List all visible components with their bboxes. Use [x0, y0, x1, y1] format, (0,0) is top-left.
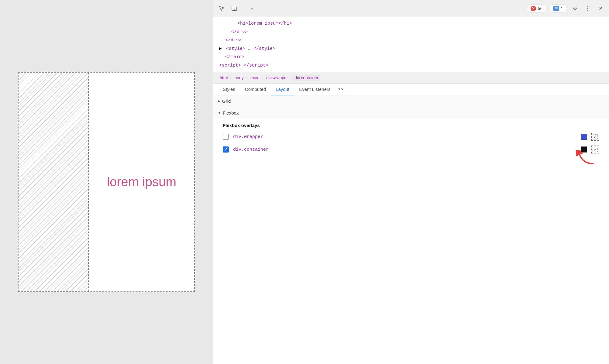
- hatch-column: [19, 73, 89, 291]
- breadcrumb-main[interactable]: main: [249, 75, 261, 81]
- overlay-row-wrapper: div.wrapper: [213, 130, 609, 143]
- breadcrumb-div-container[interactable]: div.container: [293, 75, 320, 81]
- tree-line-script[interactable]: <script> </script>: [213, 61, 609, 70]
- breadcrumb-html[interactable]: html: [218, 75, 229, 81]
- toolbar-separator-1: [243, 5, 243, 12]
- message-badge[interactable]: ✉ 1: [549, 4, 567, 13]
- wrapper-highlight-icon[interactable]: [591, 133, 599, 141]
- wrapper-color-swatch[interactable]: [581, 134, 587, 140]
- breadcrumb-bar: html › body › main › div.wrapper › div.c…: [213, 72, 609, 84]
- flexbox-overlays-title: Flexbox overlays: [213, 118, 609, 130]
- tab-layout[interactable]: Layout: [271, 84, 294, 95]
- flexbox-triangle: ▼: [218, 111, 221, 115]
- tree-line-div-close-2[interactable]: </div>: [213, 36, 609, 45]
- flexbox-header[interactable]: ▼ Flexbox: [213, 107, 609, 118]
- tab-event-listeners[interactable]: Event Listeners: [294, 84, 335, 95]
- tab-more-icon[interactable]: >>: [335, 84, 346, 95]
- viewport-panel: lorem ipsum: [0, 0, 213, 364]
- lorem-ipsum-text: lorem ipsum: [107, 175, 177, 189]
- error-badge[interactable]: ✕ 56: [527, 4, 547, 13]
- flexbox-section: ▼ Flexbox Flexbox overlays div.wrapper: [213, 107, 609, 156]
- container-label: div.container: [233, 147, 577, 152]
- more-tools-icon[interactable]: »: [247, 4, 256, 13]
- tree-line-main-close[interactable]: </main>: [213, 53, 609, 61]
- breadcrumb-body[interactable]: body: [232, 75, 245, 81]
- devtools-panel: » ✕ 56 ✉ 1 ⚙ ⋮ ✕ <h1>lorem ipsum</h1> </…: [213, 0, 609, 364]
- tree-line-div-close-1[interactable]: </div>: [213, 28, 609, 36]
- html-tree: <h1>lorem ipsum</h1> </div> </div> ▶ <st…: [213, 17, 609, 72]
- wrapper-label: div.wrapper: [233, 134, 577, 139]
- inspect-icon[interactable]: [217, 4, 226, 13]
- flexbox-label: Flexbox: [223, 110, 239, 115]
- error-dot: ✕: [531, 6, 536, 11]
- message-icon: ✉: [553, 6, 559, 11]
- grid-section-header[interactable]: ▶ Grid: [213, 95, 609, 107]
- wrapper-checkbox[interactable]: [223, 134, 229, 140]
- content-column: lorem ipsum: [89, 73, 194, 291]
- breadcrumb-div-wrapper[interactable]: div.wrapper: [264, 75, 290, 81]
- error-count: 56: [538, 6, 543, 11]
- container-color-swatch[interactable]: [581, 146, 587, 153]
- grid-label: Grid: [222, 98, 231, 104]
- style-triangle[interactable]: ▶: [219, 45, 223, 53]
- container-highlight-icon[interactable]: [591, 146, 599, 153]
- grid-triangle: ▶: [218, 99, 220, 103]
- tab-computed[interactable]: Computed: [240, 84, 271, 95]
- device-toggle-icon[interactable]: [229, 4, 239, 13]
- tree-line-style[interactable]: ▶ <style> … </style>: [213, 45, 609, 53]
- settings-icon[interactable]: ⚙: [570, 4, 580, 13]
- layout-panel-content: ▶ Grid ▼ Flexbox Flexbox overlays div.wr…: [213, 95, 609, 364]
- message-count: 1: [561, 6, 563, 11]
- tabs-bar: Styles Computed Layout Event Listeners >…: [213, 84, 609, 95]
- close-devtools-icon[interactable]: ✕: [596, 4, 605, 13]
- devtools-toolbar: » ✕ 56 ✉ 1 ⚙ ⋮ ✕: [213, 0, 609, 17]
- tab-styles[interactable]: Styles: [218, 84, 240, 95]
- more-menu-icon[interactable]: ⋮: [583, 4, 593, 13]
- tree-line-h1[interactable]: <h1>lorem ipsum</h1>: [213, 19, 609, 28]
- container-checkbox[interactable]: [223, 146, 229, 153]
- overlay-row-container: div.container: [213, 143, 609, 156]
